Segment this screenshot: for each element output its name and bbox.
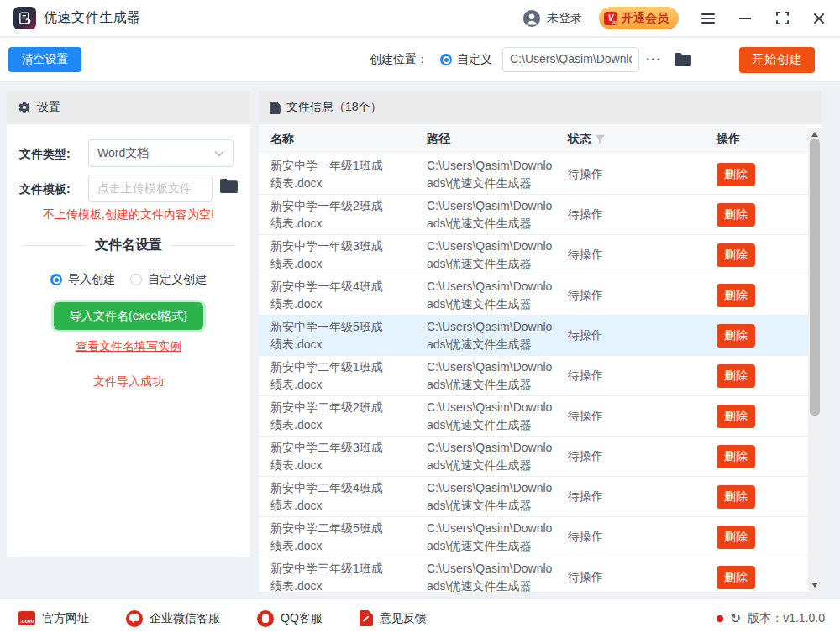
wechat-service-link[interactable]: 企业微信客服 [126, 610, 220, 627]
delete-button[interactable]: 删除 [717, 485, 755, 509]
file-type-select[interactable]: Word文档 [88, 139, 234, 167]
qq-service-link[interactable]: QQ客服 [257, 610, 323, 627]
output-path-input[interactable] [502, 47, 639, 72]
file-name-cell: 新安中学一年级2班成绩表.docx [259, 197, 427, 233]
close-button[interactable] [811, 11, 827, 26]
toolbar: 清空设置 创建位置： 自定义 ··· 开始创建 [0, 38, 840, 82]
filename-example-link[interactable]: 查看文件名填写实例 [76, 339, 181, 353]
file-path-cell: C:\Users\Qasim\Downloads\优速文件生成器 [427, 439, 568, 474]
app-title: 优速文件生成器 [44, 9, 141, 27]
app-logo-icon [13, 7, 36, 29]
official-website-link[interactable]: .com 官方网址 [18, 611, 89, 626]
footer-bar: .com 官方网址 企业微信客服 QQ客服 意见反馈 ↻ 版本：v1.1.0.0 [0, 598, 840, 638]
file-status-cell: 待操作 [568, 528, 717, 546]
file-name-cell: 新安中学二年级5班成绩表.docx [259, 520, 427, 555]
delete-button[interactable]: 删除 [717, 405, 755, 428]
file-name-cell: 新安中学二年级3班成绩表.docx [259, 439, 427, 474]
custom-location-radio[interactable] [440, 54, 452, 65]
template-folder-icon[interactable] [219, 178, 239, 196]
radio-import-create[interactable]: 导入创建 [50, 272, 115, 287]
file-status-cell: 待操作 [568, 286, 717, 304]
vip-button-label: 开通会员 [622, 11, 669, 26]
file-info-panel: 文件信息（18个） 名称 路径 状态 操作 新安中学一年级1班成绩表.docx … [259, 91, 822, 592]
col-header-name: 名称 [259, 132, 427, 147]
file-name-cell: 新安中学一年级3班成绩表.docx [259, 238, 427, 273]
settings-panel: 设置 文件类型: Word文档 文件模板: 点击上传模板文件 不上传模板,创建的… [7, 91, 250, 557]
delete-button[interactable]: 删除 [717, 243, 755, 267]
col-header-status: 状态 [568, 132, 717, 147]
radio-custom-create[interactable]: 自定义创建 [130, 272, 207, 287]
chevron-down-icon [214, 150, 224, 157]
delete-button[interactable]: 删除 [717, 324, 755, 348]
settings-panel-title: 设置 [37, 100, 60, 115]
open-folder-icon[interactable] [674, 52, 692, 67]
main-area: 设置 文件类型: Word文档 文件模板: 点击上传模板文件 不上传模板,创建的… [0, 82, 840, 598]
app-window: 优速文件生成器 未登录 VIP 开通会员 [0, 0, 840, 638]
file-path-cell: C:\Users\Qasim\Downloads\优速文件生成器 [427, 238, 568, 273]
vip-upgrade-button[interactable]: VIP 开通会员 [599, 7, 679, 29]
vip-icon: VIP [604, 12, 617, 25]
delete-button[interactable]: 删除 [717, 445, 755, 468]
delete-button[interactable]: 删除 [717, 163, 755, 186]
file-path-cell: C:\Users\Qasim\Downloads\优速文件生成器 [427, 399, 568, 434]
feedback-link[interactable]: 意见反馈 [360, 610, 427, 626]
scrollbar [808, 128, 822, 592]
file-status-cell: 待操作 [568, 407, 717, 425]
import-success-text: 文件导入成功 [7, 374, 250, 390]
file-name-cell: 新安中学二年级1班成绩表.docx [259, 358, 427, 394]
start-create-button[interactable]: 开始创建 [739, 47, 815, 73]
file-status-cell: 待操作 [568, 327, 717, 344]
file-name-cell: 新安中学一年级5班成绩表.docx [259, 318, 427, 353]
file-name-cell: 新安中学三年级1班成绩表.docx [259, 560, 427, 593]
table-row: 新安中学二年级3班成绩表.docx C:\Users\Qasim\Downloa… [259, 437, 808, 477]
version-text: 版本：v1.1.0.0 [748, 611, 825, 626]
wechat-service-icon [126, 610, 143, 627]
settings-panel-header: 设置 [7, 91, 250, 124]
website-icon: .com [18, 611, 35, 625]
feedback-icon [360, 610, 373, 626]
titlebar: 优速文件生成器 未登录 VIP 开通会员 [0, 0, 840, 37]
delete-button[interactable]: 删除 [717, 364, 755, 388]
scroll-down-arrow[interactable] [811, 583, 818, 588]
delete-button[interactable]: 删除 [717, 203, 755, 227]
file-path-cell: C:\Users\Qasim\Downloads\优速文件生成器 [427, 560, 568, 593]
gear-icon [18, 101, 31, 114]
table-row: 新安中学一年级2班成绩表.docx C:\Users\Qasim\Downloa… [259, 195, 808, 235]
table-header-row: 名称 路径 状态 操作 [259, 124, 808, 154]
custom-location-radio-label[interactable]: 自定义 [457, 52, 492, 67]
file-info-title: 文件信息（18个） [286, 100, 382, 115]
table-row: 新安中学二年级5班成绩表.docx C:\Users\Qasim\Downloa… [259, 517, 808, 557]
file-type-label: 文件类型: [19, 147, 71, 162]
filename-section-title: 文件名设置 [7, 237, 250, 254]
template-upload-field[interactable]: 点击上传模板文件 [88, 175, 213, 202]
file-type-value: Word文档 [97, 146, 149, 161]
user-avatar-icon[interactable] [522, 9, 541, 28]
delete-button[interactable]: 删除 [717, 526, 755, 549]
clear-settings-button[interactable]: 清空设置 [8, 47, 81, 72]
file-status-cell: 待操作 [568, 165, 717, 183]
minimize-button[interactable] [738, 11, 753, 26]
maximize-button[interactable] [774, 11, 790, 26]
table-row: 新安中学一年级4班成绩表.docx C:\Users\Qasim\Downloa… [259, 275, 808, 316]
filter-icon[interactable] [595, 133, 606, 144]
scrollbar-thumb[interactable] [810, 139, 820, 416]
file-status-cell: 待操作 [568, 488, 717, 505]
table-row: 新安中学一年级1班成绩表.docx C:\Users\Qasim\Downloa… [259, 154, 808, 195]
refresh-icon[interactable]: ↻ [730, 612, 741, 625]
file-name-cell: 新安中学一年级4班成绩表.docx [259, 278, 427, 313]
login-status[interactable]: 未登录 [547, 11, 582, 26]
import-filenames-button[interactable]: 导入文件名(excel格式) [54, 302, 203, 330]
table-row: 新安中学一年级3班成绩表.docx C:\Users\Qasim\Downloa… [259, 235, 808, 275]
delete-button[interactable]: 删除 [717, 284, 755, 307]
table-row: 新安中学一年级5班成绩表.docx C:\Users\Qasim\Downloa… [259, 316, 808, 356]
template-label: 文件模板: [19, 182, 71, 197]
status-dot [717, 615, 723, 622]
delete-button[interactable]: 删除 [717, 566, 755, 589]
file-name-cell: 新安中学一年级1班成绩表.docx [259, 157, 427, 192]
file-path-cell: C:\Users\Qasim\Downloads\优速文件生成器 [427, 479, 568, 515]
table-row: 新安中学二年级1班成绩表.docx C:\Users\Qasim\Downloa… [259, 356, 808, 396]
menu-icon[interactable] [701, 11, 716, 26]
browse-ellipsis-button[interactable]: ··· [646, 52, 662, 67]
file-name-cell: 新安中学二年级2班成绩表.docx [259, 399, 427, 434]
scroll-up-arrow[interactable] [811, 132, 818, 137]
